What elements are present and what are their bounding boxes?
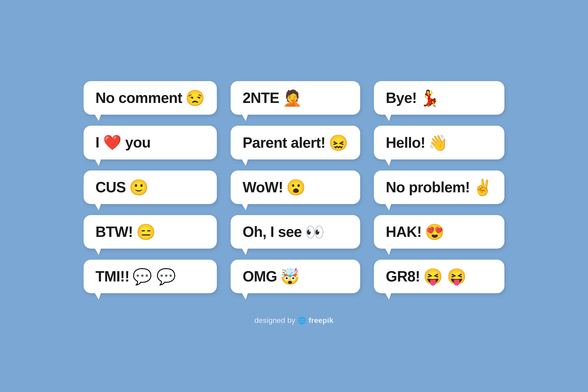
bubble-wow: WoW!😮 — [231, 170, 360, 204]
bubble-emoji-hello: 👋 — [428, 135, 448, 150]
message-grid: No comment😒2NTE🤦Bye!💃I ❤️ youParent aler… — [70, 67, 519, 307]
bubble-omg: OMG🤯 — [231, 260, 360, 293]
footer: designed by 🌐 freepik — [254, 316, 334, 325]
bubble-emoji-2nte: 🤦 — [283, 90, 302, 106]
bubble-hello: Hello!👋 — [374, 126, 505, 160]
bubble-gr8: GR8!😝 😝 — [374, 260, 505, 293]
bubble-emoji-parent-alert: 😖 — [329, 135, 348, 150]
bubble-emoji-wow: 😮 — [286, 180, 306, 195]
bubble-bye: Bye!💃 — [374, 81, 505, 115]
bubble-text-tmi: TMI!! — [95, 268, 129, 285]
bubble-emoji-hak: 😍 — [425, 224, 445, 240]
bubble-2nte: 2NTE🤦 — [231, 81, 360, 115]
bubble-text-i-love-you: I ❤️ you — [95, 134, 151, 151]
bubble-emoji-omg: 🤯 — [280, 268, 300, 284]
bubble-no-comment: No comment😒 — [84, 81, 217, 115]
bubble-emoji-oh-i-see: 👀 — [305, 224, 325, 240]
bubble-text-parent-alert: Parent alert! — [243, 134, 325, 151]
footer-designed-by: designed by — [254, 316, 295, 325]
bubble-text-oh-i-see: Oh, I see — [243, 223, 302, 240]
bubble-text-wow: WoW! — [243, 179, 283, 196]
bubble-text-omg: OMG — [243, 268, 277, 285]
bubble-hak: HAK!😍 — [374, 215, 505, 248]
bubble-text-cus: CUS — [95, 179, 126, 196]
footer-logo: 🌐 — [298, 316, 306, 324]
bubble-emoji-tmi: 💬 💬 — [132, 268, 176, 284]
bubble-text-hello: Hello! — [386, 134, 425, 151]
bubble-emoji-cus: 🙂 — [129, 180, 149, 195]
bubble-text-2nte: 2NTE — [243, 90, 279, 106]
bubble-text-btw: BTW! — [95, 223, 133, 240]
footer-brand: freepik — [309, 316, 334, 325]
bubble-tmi: TMI!!💬 💬 — [84, 260, 217, 293]
bubble-emoji-no-comment: 😒 — [185, 90, 205, 106]
bubble-emoji-btw: 😑 — [136, 224, 156, 240]
bubble-no-problem: No problem!✌️ — [374, 170, 505, 204]
bubble-parent-alert: Parent alert!😖 — [231, 126, 360, 160]
bubble-emoji-gr8: 😝 😝 — [423, 268, 467, 284]
bubble-i-love-you: I ❤️ you — [84, 126, 217, 160]
bubble-btw: BTW!😑 — [84, 215, 217, 248]
bubble-text-no-problem: No problem! — [386, 179, 470, 196]
bubble-text-gr8: GR8! — [386, 268, 420, 285]
bubble-text-bye: Bye! — [386, 90, 417, 106]
bubble-cus: CUS🙂 — [84, 170, 217, 204]
bubble-oh-i-see: Oh, I see👀 — [231, 215, 360, 248]
bubble-text-no-comment: No comment — [95, 90, 182, 106]
bubble-emoji-bye: 💃 — [420, 90, 439, 106]
bubble-text-hak: HAK! — [386, 223, 422, 240]
bubble-emoji-no-problem: ✌️ — [473, 180, 493, 195]
